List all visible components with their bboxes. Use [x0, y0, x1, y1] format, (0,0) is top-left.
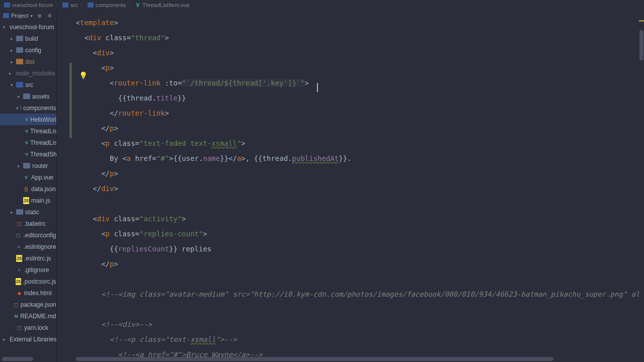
sidebar-scrollbar[interactable]: [2, 357, 54, 361]
breadcrumb-components[interactable]: components: [88, 2, 126, 8]
code-editor[interactable]: 💡 <template> <div class="thread"> <div> …: [57, 10, 644, 362]
tree-assets[interactable]: ▸assets: [0, 90, 56, 102]
project-tool-label[interactable]: Project ▾: [3, 13, 33, 19]
folder-icon: [21, 105, 21, 111]
intention-bulb-icon[interactable]: 💡: [79, 71, 88, 79]
tree-label: dist: [25, 58, 35, 65]
tok: <!--<div>-->: [101, 320, 152, 328]
scrollmap-warning[interactable]: [639, 20, 644, 22]
tree-eslintrc[interactable]: JS.eslintrc.js: [0, 252, 56, 264]
tree-editorconfig[interactable]: ⬚.editorconfig: [0, 229, 56, 241]
breadcrumb-file[interactable]: V ThreadListItem.vue: [135, 2, 190, 8]
breadcrumb-label: ThreadListItem.vue: [142, 2, 190, 8]
tok: }}: [220, 154, 228, 162]
tok: "replies-count": [139, 230, 203, 238]
editor-hscrollbar[interactable]: [76, 357, 638, 361]
tree-label: App.vue: [31, 174, 53, 181]
tok: repliesCount: [118, 245, 169, 253]
tree-label: index.html: [24, 290, 52, 297]
settings-icon[interactable]: ✲: [46, 12, 53, 19]
project-label-text: Project: [11, 13, 28, 19]
tree-router[interactable]: ▸router: [0, 160, 56, 171]
html-file-icon: ◆: [16, 290, 22, 297]
file-tree[interactable]: ▾ vueschool-forum ~/vuesc ▸build ▸config…: [0, 21, 56, 356]
tree-threadlist[interactable]: VThreadList.vue: [0, 125, 56, 137]
tree-node-modules[interactable]: ▸node_modules library roo: [0, 67, 56, 79]
tree-threadshow[interactable]: VThreadShow.vue: [0, 148, 56, 160]
tree-eslintignore[interactable]: ≡.eslintignore: [0, 241, 56, 252]
breadcrumb-root[interactable]: vueschool-forum: [4, 2, 53, 8]
tree-label: vueschool-forum: [10, 24, 54, 31]
folder-icon: [23, 94, 30, 99]
tree-label: ThreadList.vue: [30, 128, 56, 135]
js-file-icon: JS: [23, 197, 29, 204]
vue-file-icon: V: [135, 2, 140, 8]
tok: div: [97, 49, 110, 57]
chevron-down-icon: ▾: [3, 25, 6, 30]
tok: class: [106, 34, 127, 42]
json-file-icon: ⬚: [14, 301, 19, 308]
breadcrumb-sep: 〉: [128, 2, 133, 9]
folder-icon: [16, 47, 23, 53]
tree-label: .editorconfig: [23, 232, 56, 239]
tree-babelrc[interactable]: ⬚.babelrc: [0, 218, 56, 229]
tree-config[interactable]: ▸config: [0, 44, 56, 56]
chevron-down-icon[interactable]: ▾: [30, 13, 33, 19]
tree-packagejson[interactable]: ⬚package.json: [0, 299, 56, 310]
tree-threadlistitem[interactable]: VThreadListItem.vue: [0, 137, 56, 148]
tok: "#": [156, 154, 169, 162]
tree-external-libraries[interactable]: ▸External Libraries: [0, 333, 56, 345]
folder-icon: [16, 209, 23, 215]
scrollbar-thumb[interactable]: [2, 357, 33, 361]
tok: <!--<img class="avatar-medium" src="http…: [101, 290, 644, 298]
tree-label: README.md: [20, 313, 56, 320]
tree-mainjs[interactable]: JSmain.js: [0, 195, 56, 206]
tree-label: .postcssrc.js: [23, 278, 56, 285]
tree-build[interactable]: ▸build: [0, 33, 56, 44]
tree-label: External Libraries: [10, 336, 56, 343]
tree-datajson[interactable]: {}data.json: [0, 183, 56, 195]
tok: "`/thread/${thread['.key']}`": [182, 79, 304, 87]
editor-scrollmap[interactable]: [639, 10, 644, 362]
code-content[interactable]: <template> <div class="thread"> <div> <p…: [57, 10, 644, 362]
project-icon: [3, 13, 9, 18]
tree-label: src: [25, 81, 33, 88]
breadcrumb-bar: vueschool-forum 〉 src 〉 components 〉 V T…: [0, 0, 644, 10]
config-file-icon: ⬚: [16, 232, 21, 239]
chevron-right-icon: ▸: [3, 337, 6, 342]
tok: By: [110, 154, 122, 162]
tree-yarnlock[interactable]: ⬚yarn.lock: [0, 322, 56, 333]
tree-static[interactable]: ▸static: [0, 206, 56, 218]
lock-file-icon: ⬚: [16, 324, 22, 331]
tree-gitignore[interactable]: ≡.gitignore: [0, 264, 56, 276]
tree-label: build: [25, 35, 38, 42]
tok: class: [114, 139, 135, 147]
tree-components[interactable]: ▾components: [0, 102, 56, 114]
tok: publishedAt: [292, 154, 339, 162]
chevron-right-icon: ▸: [9, 59, 14, 64]
tree-readme[interactable]: MREADME.md: [0, 310, 56, 322]
tree-label: components: [23, 105, 56, 112]
tree-label: data.json: [31, 186, 56, 193]
tree-dist[interactable]: ▸dist: [0, 56, 56, 67]
tree-label: yarn.lock: [24, 324, 48, 331]
breadcrumb-sep: 〉: [55, 2, 60, 9]
tree-helloworld[interactable]: VHelloWorld.vue: [0, 114, 56, 125]
tree-label: ThreadListItem.vue: [30, 139, 56, 146]
tree-label: router: [32, 162, 48, 169]
tree-indexhtml[interactable]: ◆index.html: [0, 287, 56, 299]
tok: }}.: [339, 154, 351, 162]
tree-root[interactable]: ▾ vueschool-forum ~/vuesc: [0, 21, 56, 33]
collapse-icon[interactable]: ⊕: [36, 12, 43, 19]
tree-src[interactable]: ▾src: [0, 79, 56, 90]
vue-file-icon: V: [23, 174, 29, 181]
breadcrumb-src[interactable]: src: [62, 2, 78, 8]
folder-icon: [4, 3, 10, 8]
tree-label: assets: [32, 93, 50, 100]
tree-postcssrc[interactable]: JS.postcssrc.js: [0, 276, 56, 287]
tok: "activity": [139, 215, 182, 223]
tree-app[interactable]: VApp.vue: [0, 171, 56, 183]
scrollmap-thumb[interactable]: [639, 30, 643, 60]
scrollbar-thumb[interactable]: [76, 357, 554, 361]
tree-label: node_modules: [16, 70, 55, 77]
